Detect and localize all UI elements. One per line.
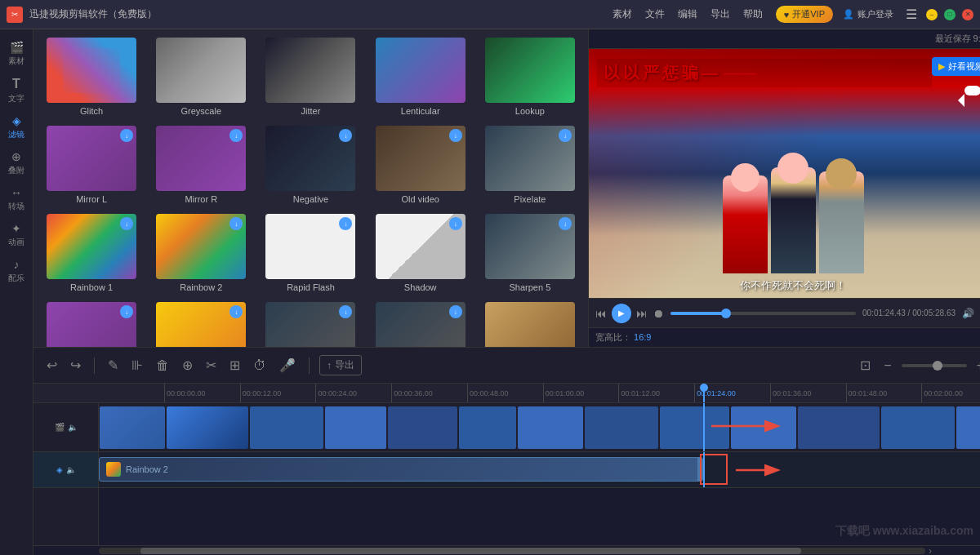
nav-item-media[interactable]: 🎬 素材 <box>0 36 33 72</box>
next-frame-button[interactable]: ⏭ <box>636 307 648 320</box>
filter-row4-2[interactable]: ↓ <box>146 297 256 347</box>
speed-button[interactable]: ⏱ <box>250 355 270 376</box>
close-button[interactable]: ✕ <box>962 9 973 20</box>
volume-button[interactable]: 🔊 <box>962 308 974 319</box>
filter-pixelate[interactable]: ↓ Pixelate <box>475 121 585 209</box>
filter-greyscale[interactable]: Greyscale <box>146 33 256 121</box>
stop-button[interactable]: ⏺ <box>653 307 664 320</box>
video-clip-7[interactable] <box>518 406 583 449</box>
filter-lookup[interactable]: Lookup <box>475 33 585 121</box>
menu-edit[interactable]: 文件 <box>645 7 665 21</box>
top-section: Glitch Greyscale Jitter Lenticular <box>33 29 980 348</box>
filter-rapid-flash[interactable]: ↓ Rapid Flash <box>256 209 365 297</box>
zoom-in-button[interactable]: + <box>973 355 980 376</box>
filter-icon: ◈ <box>12 114 21 127</box>
prev-frame-button[interactable]: ⏮ <box>595 307 607 320</box>
animation-icon: ✦ <box>11 222 21 235</box>
filter-sharpen5[interactable]: ↓ Sharpen 5 <box>475 209 585 297</box>
export-button[interactable]: ↑ 导出 <box>319 355 362 375</box>
nav-item-animation[interactable]: ✦ 动画 <box>0 217 33 253</box>
nav-item-overlay[interactable]: ⊕ 叠附 <box>0 145 33 181</box>
filter-glitch[interactable]: Glitch <box>37 33 146 121</box>
timeline-scrollbar: › <box>33 545 980 555</box>
filter-mirror-l[interactable]: ↓ Mirror L <box>37 121 146 209</box>
toolbar-separator-1 <box>94 357 95 374</box>
video-clip-13[interactable] <box>956 406 980 449</box>
menu-export[interactable]: 导出 <box>710 7 730 21</box>
maximize-button[interactable]: □ <box>944 9 956 20</box>
scrollbar-track[interactable] <box>99 548 925 554</box>
filter-rainbow2[interactable]: ↓ Rainbow 2 <box>146 209 256 297</box>
download-icon: ↓ <box>229 305 243 318</box>
scroll-right-arrow[interactable]: › <box>929 545 932 556</box>
filter-thumb-rainbow1: ↓ <box>47 214 136 279</box>
filter-mirror-r[interactable]: ↓ Mirror R <box>146 121 256 209</box>
filter-track-sound[interactable]: 🔈 <box>66 465 76 474</box>
zoom-out-button[interactable]: − <box>880 355 894 376</box>
filter-row4-1[interactable]: ↓ <box>37 297 146 347</box>
filter-clip-resize-handle[interactable] <box>697 458 702 481</box>
vip-button[interactable]: ♥ 开通VIP <box>776 6 833 23</box>
undo-button[interactable]: ↩ <box>43 354 60 376</box>
filter-track-row[interactable]: Rainbow 2 <box>99 452 980 488</box>
crop-button[interactable]: ⊞ <box>226 354 243 376</box>
filter-jitter[interactable]: Jitter <box>256 33 365 121</box>
progress-thumb[interactable] <box>721 309 731 318</box>
delete-button[interactable]: 🗑 <box>153 355 172 376</box>
filter-lenticular[interactable]: Lenticular <box>366 33 475 121</box>
ratio-value[interactable]: 16:9 <box>634 332 651 342</box>
nav-item-music[interactable]: ♪ 配乐 <box>0 253 33 289</box>
audio-button[interactable]: 🎤 <box>276 354 299 376</box>
download-icon: ↓ <box>339 217 352 230</box>
menu-icon[interactable]: ☰ <box>903 9 920 20</box>
video-clip-5[interactable] <box>388 406 457 449</box>
redo-button[interactable]: ↪ <box>67 354 84 376</box>
filter-shadow[interactable]: ↓ Shadow <box>366 209 475 297</box>
menu-edit2[interactable]: 编辑 <box>678 7 697 21</box>
split-button[interactable]: ⊪ <box>128 354 146 376</box>
filter-negative[interactable]: ↓ Negative <box>256 121 365 209</box>
fit-view-button[interactable]: ⊡ <box>857 354 874 376</box>
filter-thumb-negative: ↓ <box>265 126 355 191</box>
download-icon: ↓ <box>120 129 133 142</box>
filter-row4-3[interactable]: ↓ <box>256 297 365 347</box>
progress-bar[interactable] <box>670 312 856 315</box>
zoom-thumb[interactable] <box>933 361 942 371</box>
video-track-mute[interactable]: 🔈 <box>68 423 78 432</box>
timeline-ruler: 00:00:00.00 00:00:12.00 00:00:24.00 00:0… <box>33 384 980 403</box>
edit-button[interactable]: ✎ <box>105 354 122 376</box>
filter-thumb-greyscale <box>156 38 246 103</box>
menu-help[interactable]: 帮助 <box>743 7 763 21</box>
nav-item-transition[interactable]: ↔ 转场 <box>0 181 33 217</box>
ruler-mark-1: 00:00:12.00 <box>240 384 316 403</box>
video-clip-3[interactable] <box>250 406 323 449</box>
filter-row4-5[interactable] <box>475 297 585 347</box>
play-button[interactable]: ▶ <box>612 304 631 323</box>
video-clip-12[interactable] <box>881 406 955 449</box>
zoom-slider[interactable] <box>902 364 967 367</box>
video-track-row[interactable] <box>99 403 980 452</box>
filter-rainbow1[interactable]: ↓ Rainbow 1 <box>37 209 146 297</box>
brand-button[interactable]: ▶ 好看视频 <box>932 57 980 76</box>
login-button[interactable]: 👤 账户登录 <box>843 8 893 20</box>
video-clip-1[interactable] <box>100 406 165 449</box>
menu-file[interactable]: 素材 <box>612 7 632 21</box>
filter-clip-rainbow2[interactable]: Rainbow 2 <box>99 457 703 482</box>
scrollbar-thumb[interactable] <box>140 548 802 554</box>
nav-item-text[interactable]: T 文字 <box>0 72 33 109</box>
filter-old-video[interactable]: ↓ Old video <box>366 121 475 209</box>
download-icon: ↓ <box>339 305 352 318</box>
filter-thumb-row4-2: ↓ <box>156 302 246 347</box>
video-clip-6[interactable] <box>459 406 516 449</box>
video-clip-2[interactable] <box>167 406 248 449</box>
video-clip-8[interactable] <box>585 406 658 449</box>
copy-button[interactable]: ⊕ <box>179 354 196 376</box>
video-clip-4[interactable] <box>325 406 386 449</box>
video-clip-11[interactable] <box>798 406 880 449</box>
minimize-button[interactable]: – <box>926 9 938 20</box>
filter-thumb-lenticular <box>376 38 466 103</box>
nav-item-filter[interactable]: ◈ 滤镜 <box>0 109 33 145</box>
trim-button[interactable]: ✂ <box>203 354 220 376</box>
filter-thumb-mirror-r: ↓ <box>156 126 246 191</box>
filter-row4-4[interactable]: ↓ <box>366 297 475 347</box>
